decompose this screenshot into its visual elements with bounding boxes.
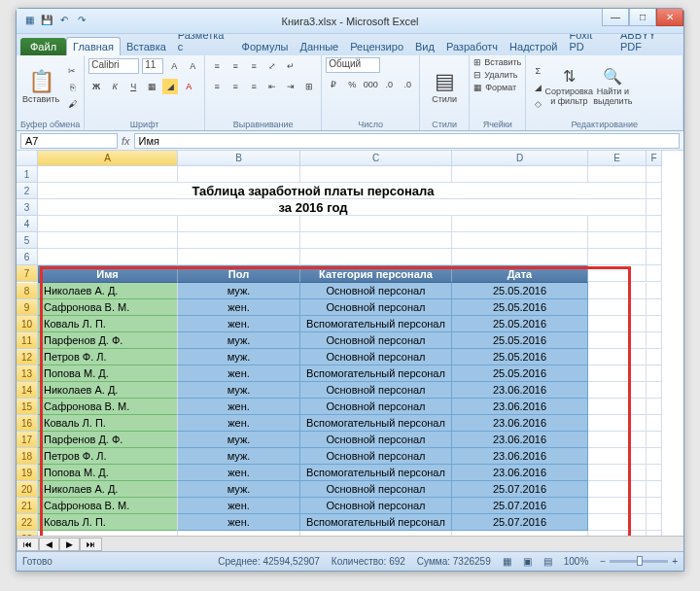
data-gender-cell[interactable]: жен.: [178, 316, 300, 332]
row-header-19[interactable]: 19: [17, 465, 38, 481]
data-category-cell[interactable]: Основной персонал: [300, 399, 452, 415]
data-date-cell[interactable]: 23.06.2016: [452, 448, 588, 465]
fill-color-icon[interactable]: ◢: [162, 79, 178, 94]
percent-icon[interactable]: %: [344, 77, 360, 92]
data-date-cell[interactable]: 25.05.2016: [452, 349, 588, 365]
align-top-icon[interactable]: ≡: [209, 58, 225, 74]
data-name-cell[interactable]: Сафронова В. М.: [38, 399, 178, 415]
data-category-cell[interactable]: Основной персонал: [300, 481, 452, 498]
row-header-17[interactable]: 17: [17, 432, 38, 448]
cell-E4[interactable]: [588, 216, 647, 232]
fx-icon[interactable]: fx: [122, 135, 130, 147]
data-name-cell[interactable]: Петров Ф. Л.: [38, 448, 178, 465]
cell-E15[interactable]: [588, 399, 647, 415]
data-date-cell[interactable]: 23.06.2016: [452, 432, 588, 448]
cell-B1[interactable]: [178, 166, 300, 183]
data-name-cell[interactable]: Петров Ф. Л.: [38, 349, 178, 365]
column-header-D[interactable]: D: [452, 151, 588, 166]
cell-E5[interactable]: [588, 232, 647, 249]
cell-E7[interactable]: [588, 265, 647, 282]
view-layout-icon[interactable]: ▣: [523, 556, 532, 567]
tab-data[interactable]: Данные: [294, 38, 344, 55]
cell-B23[interactable]: [178, 531, 300, 536]
data-gender-cell[interactable]: жен.: [178, 514, 300, 531]
tab-formulas[interactable]: Формулы: [236, 38, 295, 55]
cell-F19[interactable]: [647, 465, 662, 481]
cell-E20[interactable]: [588, 481, 647, 498]
data-category-cell[interactable]: Основной персонал: [300, 498, 452, 514]
cell-E2[interactable]: [588, 183, 647, 199]
cell-E21[interactable]: [588, 498, 647, 514]
formula-bar[interactable]: Имя: [134, 133, 680, 149]
data-category-cell[interactable]: Вспомогательный персонал: [300, 514, 452, 531]
cell-C4[interactable]: [300, 216, 452, 232]
data-gender-cell[interactable]: муж.: [178, 448, 300, 465]
cut-icon[interactable]: ✂: [64, 63, 80, 79]
column-header-C[interactable]: C: [300, 151, 452, 166]
row-header-16[interactable]: 16: [17, 415, 38, 432]
row-header-1[interactable]: 1: [17, 166, 38, 183]
file-tab[interactable]: Файл: [20, 38, 66, 55]
cell-F10[interactable]: [647, 316, 662, 332]
cell-E17[interactable]: [588, 432, 647, 448]
cell-F9[interactable]: [647, 299, 662, 316]
align-center-icon[interactable]: ≡: [228, 79, 243, 94]
data-gender-cell[interactable]: жен.: [178, 415, 300, 432]
cell-E12[interactable]: [588, 349, 647, 365]
cell-A4[interactable]: [38, 216, 178, 232]
data-gender-cell[interactable]: жен.: [178, 399, 300, 415]
data-category-cell[interactable]: Вспомогательный персонал: [300, 465, 452, 481]
clear-icon[interactable]: ◇: [530, 96, 545, 112]
cell-E23[interactable]: [588, 531, 647, 536]
cell-E19[interactable]: [588, 465, 647, 481]
row-header-5[interactable]: 5: [17, 232, 38, 249]
data-gender-cell[interactable]: муж.: [178, 332, 300, 349]
data-date-cell[interactable]: 25.05.2016: [452, 365, 588, 382]
decrease-font-icon[interactable]: A: [185, 58, 200, 74]
tab-home[interactable]: Главная: [66, 37, 121, 55]
cell-E11[interactable]: [588, 332, 647, 349]
paste-button[interactable]: 📋 Вставить: [20, 60, 61, 115]
column-header-F[interactable]: F: [647, 151, 662, 166]
dec-decimal-icon[interactable]: .0: [400, 77, 415, 92]
table-header-3[interactable]: Дата: [452, 265, 588, 283]
data-gender-cell[interactable]: муж.: [178, 481, 300, 498]
row-header-2[interactable]: 2: [17, 183, 38, 199]
data-name-cell[interactable]: Коваль Л. П.: [38, 514, 178, 531]
autosum-icon[interactable]: Σ: [530, 63, 545, 79]
data-name-cell[interactable]: Николаев А. Д.: [38, 382, 178, 399]
tab-view[interactable]: Вид: [409, 38, 440, 55]
cell-F21[interactable]: [647, 498, 662, 514]
indent-dec-icon[interactable]: ⇤: [264, 79, 280, 94]
data-date-cell[interactable]: 25.05.2016: [452, 332, 588, 349]
data-gender-cell[interactable]: жен.: [178, 465, 300, 481]
sheet-nav-prev[interactable]: ◀: [39, 538, 59, 551]
view-normal-icon[interactable]: ▦: [503, 556, 511, 567]
cell-E18[interactable]: [588, 448, 647, 465]
border-icon[interactable]: ▦: [144, 79, 159, 94]
insert-cells-button[interactable]: ⊞Вставить: [473, 57, 521, 67]
data-name-cell[interactable]: Николаев А. Д.: [38, 481, 178, 498]
row-header-21[interactable]: 21: [17, 498, 38, 514]
row-header-8[interactable]: 8: [17, 283, 38, 299]
data-name-cell[interactable]: Попова М. Д.: [38, 465, 178, 481]
cell-E3[interactable]: [588, 199, 647, 216]
select-all-corner[interactable]: [17, 151, 38, 166]
copy-icon[interactable]: ⎘: [64, 80, 80, 95]
orientation-icon[interactable]: ⤢: [264, 58, 280, 74]
currency-icon[interactable]: ₽: [326, 77, 341, 92]
tab-insert[interactable]: Вставка: [121, 38, 172, 55]
wrap-text-icon[interactable]: ↵: [283, 58, 298, 74]
format-cells-button[interactable]: ▦Формат: [473, 83, 516, 92]
sheet-nav-next[interactable]: ▶: [59, 538, 80, 551]
data-category-cell[interactable]: Основной персонал: [300, 332, 452, 349]
italic-button[interactable]: К: [107, 79, 122, 94]
minimize-button[interactable]: —: [602, 9, 629, 26]
data-category-cell[interactable]: Основной персонал: [300, 299, 452, 316]
cell-E14[interactable]: [588, 382, 647, 399]
data-category-cell[interactable]: Вспомогательный персонал: [300, 415, 452, 432]
tab-review[interactable]: Рецензиро: [344, 38, 409, 55]
row-header-4[interactable]: 4: [17, 216, 38, 232]
cell-E13[interactable]: [588, 365, 647, 382]
font-size-combo[interactable]: 11: [142, 58, 163, 74]
